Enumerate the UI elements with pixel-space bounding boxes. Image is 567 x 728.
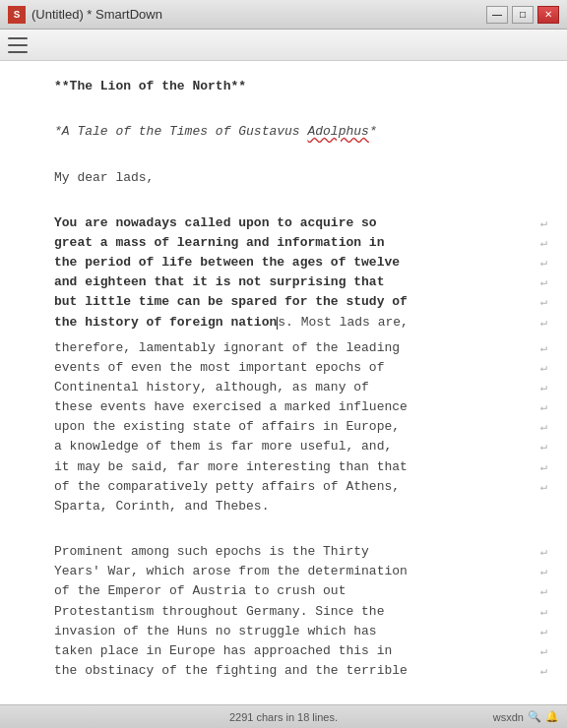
body-line-8: of the comparatively petty affairs of At…: [54, 477, 547, 497]
pilcrow-4: ↵: [540, 273, 547, 292]
pilcrow-17: ↵: [540, 563, 547, 581]
heading-text: **The Lion of the North**: [54, 77, 547, 96]
body-paragraph-2: Prominent among such epochs is the Thirt…: [54, 542, 547, 681]
pilcrow-14: ↵: [540, 478, 547, 497]
salutation-text: My dear lads,: [54, 168, 547, 188]
pilcrow-22: ↵: [540, 662, 547, 681]
body-line-9: Sparta, Corinth, and Thebes.: [54, 497, 547, 516]
empty-line-2: [54, 148, 547, 167]
body2-line-7: the obstinacy of the fighting and the te…: [54, 661, 547, 681]
pilcrow-8: ↵: [540, 359, 547, 378]
salutation-line: My dear lads,: [54, 168, 547, 188]
status-extra: wsxdn: [493, 711, 524, 723]
pilcrow-18: ↵: [540, 582, 547, 601]
pilcrow-11: ↵: [540, 418, 547, 437]
status-text: 2291 chars in 18 lines.: [229, 711, 338, 723]
body-line-7: it may be said, far more interesting tha…: [54, 457, 547, 477]
body2-line-2: Years' War, which arose from the determi…: [54, 562, 547, 581]
pilcrow-21: ↵: [540, 642, 547, 661]
body2-line-3: of the Emperor of Austria to crush out ↵: [54, 581, 547, 601]
body-line-5: upon the existing state of affairs in Eu…: [54, 417, 547, 437]
body2-line-4: Protestantism throughout Germany. Since …: [54, 602, 547, 622]
body-paragraph-1: therefore, lamentably ignorant of the le…: [54, 338, 547, 516]
body-bold-line-5: but little time can be spared for the st…: [54, 292, 547, 312]
pilcrow-20: ↵: [540, 623, 547, 641]
title-bar-controls: — □ ✕: [486, 6, 559, 24]
search-icon[interactable]: 🔍: [528, 710, 541, 723]
main-area: **The Lion of the North** *A Tale of the…: [0, 61, 567, 704]
pilcrow-5: ↵: [540, 293, 547, 312]
body2-line-5: invasion of the Huns no struggle which h…: [54, 622, 547, 641]
subtitle-text: *A Tale of the Times of Gustavus Adolphu…: [54, 122, 547, 142]
pilcrow-2: ↵: [540, 234, 547, 253]
pilcrow-3: ↵: [540, 254, 547, 273]
pilcrow-12: ↵: [540, 438, 547, 456]
app-icon: S: [8, 6, 26, 24]
pilcrow-7: ↵: [540, 339, 547, 358]
empty-line-1: [54, 102, 547, 122]
menu-icon[interactable]: [8, 37, 28, 53]
minimize-button[interactable]: —: [486, 6, 508, 24]
pilcrow-10: ↵: [540, 398, 547, 417]
pilcrow-9: ↵: [540, 379, 547, 397]
title-bar-left: S (Untitled) * SmartDown: [8, 6, 162, 24]
body2-line-6: taken place in Europe has approached thi…: [54, 641, 547, 661]
heading-line: **The Lion of the North**: [54, 77, 547, 96]
body-line-3: Continental history, although, as many o…: [54, 378, 547, 397]
status-icons: wsxdn 🔍 🔔: [493, 710, 559, 723]
body-bold-line-3: the period of life between the ages of t…: [54, 253, 547, 273]
editor[interactable]: **The Lion of the North** *A Tale of the…: [0, 61, 567, 704]
window-title: (Untitled) * SmartDown: [32, 7, 162, 22]
empty-line-4: [54, 522, 547, 542]
body-bold-line-4: and eighteen that it is not surprising t…: [54, 273, 547, 292]
body-line-6: a knowledge of them is far more useful, …: [54, 437, 547, 456]
maximize-button[interactable]: □: [512, 6, 534, 24]
status-bar: 2291 chars in 18 lines. wsxdn 🔍 🔔: [0, 704, 567, 728]
pilcrow-19: ↵: [540, 603, 547, 622]
notification-icon[interactable]: 🔔: [545, 710, 559, 723]
bold-paragraph: You are nowadays called upon to acquire …: [54, 213, 547, 333]
body-bold-line-2: great a mass of learning and information…: [54, 233, 547, 253]
close-button[interactable]: ✕: [537, 6, 559, 24]
body-bold-line-1: You are nowadays called upon to acquire …: [54, 213, 547, 233]
body-line-1: therefore, lamentably ignorant of the le…: [54, 338, 547, 358]
title-bar: S (Untitled) * SmartDown — □ ✕: [0, 0, 567, 30]
body-line-2: events of even the most important epochs…: [54, 358, 547, 378]
body-bold-line-6: the history of foreign nations. Most lad…: [54, 313, 547, 333]
body2-line-1: Prominent among such epochs is the Thirt…: [54, 542, 547, 562]
body-line-4: these events have exercised a marked inf…: [54, 397, 547, 417]
pilcrow-16: ↵: [540, 543, 547, 562]
toolbar: [0, 30, 567, 61]
pilcrow-1: ↵: [540, 214, 547, 233]
empty-line-3: [54, 194, 547, 213]
subtitle-line: *A Tale of the Times of Gustavus Adolphu…: [54, 122, 547, 142]
pilcrow-13: ↵: [540, 458, 547, 477]
pilcrow-6: ↵: [540, 314, 547, 333]
